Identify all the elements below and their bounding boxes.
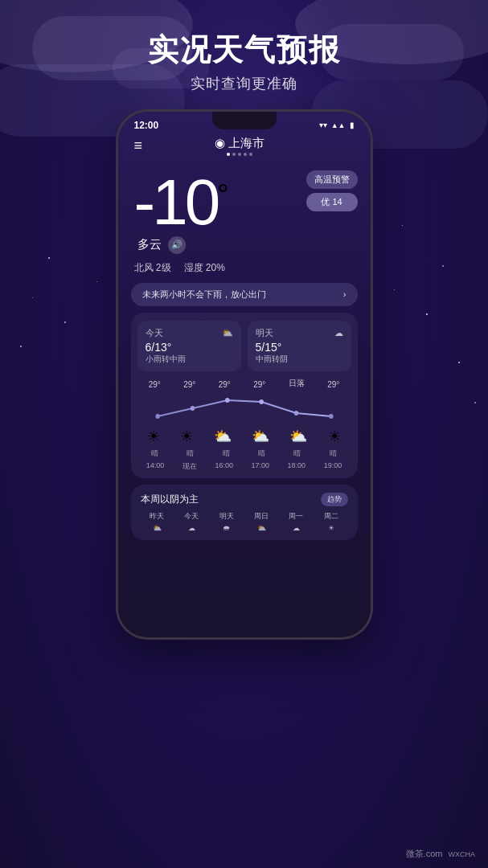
chart-area [141, 392, 348, 424]
today-text: 今天 [146, 327, 163, 339]
today-card: 今天 ⛅ 6/13° 小雨转中雨 [137, 321, 241, 371]
dot-4 [244, 153, 247, 156]
weekly-day-1: 今天 ☁ [175, 511, 208, 532]
dot-5 [249, 153, 252, 156]
location-area: ◉ 上海市 [215, 136, 265, 156]
weekly-day-0: 昨天 ⛅ [141, 511, 174, 532]
weekly-section: 本周以阴为主 趋势 昨天 ⛅ 今天 ☁ 明天 [131, 485, 358, 540]
alert-badges: 高温预警 优 14 [306, 170, 358, 211]
day-icon-5: ☀ [314, 524, 347, 532]
temp-val-3: 29° [253, 380, 265, 389]
svg-point-5 [329, 414, 334, 419]
dot-3 [238, 153, 241, 156]
time-label-5: 19:00 [324, 461, 342, 472]
hourly-icon-0: ☀ [147, 428, 160, 445]
cond-label-1: 晴 [187, 448, 194, 459]
weekly-day-2: 明天 🌧 [210, 511, 243, 532]
status-icons: ▾▾ ▲▲ ▮ [319, 121, 355, 129]
weekly-day-4: 周一 ☁ [280, 511, 313, 532]
today-desc: 小雨转中雨 [146, 354, 233, 365]
rain-forecast-banner[interactable]: 未来两小时不会下雨，放心出门 › [131, 283, 358, 306]
time-label-2: 16:00 [215, 461, 233, 472]
tomorrow-desc: 中雨转阴 [256, 354, 343, 365]
brand-suffix: .com [424, 849, 443, 858]
today-label: 今天 ⛅ [146, 327, 233, 339]
hourly-section: 今天 ⛅ 6/13° 小雨转中雨 明天 ☁ 5/15° 中雨转阴 [131, 313, 358, 478]
brand-name: 微茶 [406, 849, 424, 858]
time-label-1: 现在 [182, 461, 197, 472]
day-icon-0: ⛅ [141, 524, 174, 532]
time-label-3: 17:00 [251, 461, 269, 472]
temp-val-4: 日落 [289, 378, 305, 389]
tomorrow-text: 明天 [256, 327, 273, 339]
phone-notch [212, 112, 277, 129]
temp-val-5: 29° [327, 380, 339, 389]
dot-2 [232, 153, 236, 156]
trend-button[interactable]: 趋势 [321, 493, 348, 506]
hourly-icons-row: ☀ ☀ ⛅ ⛅ ⛅ ☀ [137, 428, 351, 445]
phone-mockup: 12:00 ▾▾ ▲▲ ▮ ≡ ◉ 上海市 [116, 109, 373, 640]
svg-point-3 [259, 399, 264, 404]
today-icon: ⛅ [222, 328, 233, 338]
hourly-item-5: 29° [327, 380, 339, 389]
weather-condition: 多云 🔊 [137, 236, 355, 254]
rain-arrow-icon: › [343, 289, 347, 299]
hourly-condition-labels: 晴 晴 晴 晴 晴 晴 [137, 448, 351, 459]
phone-inner: 12:00 ▾▾ ▲▲ ▮ ≡ ◉ 上海市 [118, 112, 371, 637]
time-label-0: 14:00 [146, 461, 165, 472]
tomorrow-icon: ☁ [334, 328, 343, 338]
temp-chart [141, 392, 348, 424]
wind-humidity: 北风 2级 湿度 20% [118, 258, 371, 278]
dot-1 [227, 153, 230, 156]
cond-label-5: 晴 [330, 448, 337, 459]
hourly-icon-1: ☀ [180, 428, 193, 445]
hourly-icon-3: ⛅ [252, 428, 269, 445]
high-temp-badge: 高温预警 [306, 170, 358, 189]
day-icon-3: ⛅ [244, 524, 277, 532]
day-name-3: 周日 [244, 511, 277, 522]
battery-icon: ▮ [350, 121, 355, 129]
hourly-temps-row: 29° 29° 29° 29° 日落 29° [137, 378, 351, 389]
weekly-header: 本周以阴为主 趋势 [141, 493, 348, 506]
wifi-icon: ▾▾ [319, 121, 327, 129]
time-label-4: 18:00 [288, 461, 306, 472]
city-name: 上海市 [228, 136, 265, 151]
hourly-item-1: 29° [183, 380, 195, 389]
weekly-day-5: 周二 ☀ [314, 511, 347, 532]
page-dots [215, 153, 265, 156]
main-content: 实况天气预报 实时查询更准确 12:00 ▾▾ ▲▲ ▮ ≡ ◉ [0, 0, 488, 868]
weekly-day-3: 周日 ⛅ [244, 511, 277, 532]
status-time: 12:00 [134, 120, 159, 131]
cond-label-2: 晴 [223, 448, 230, 459]
day-icon-2: 🌧 [210, 524, 243, 532]
app-title: 实况天气预报 [148, 32, 341, 69]
location-display: ◉ 上海市 [215, 136, 265, 151]
title-area: 实况天气预报 实时查询更准确 [148, 0, 341, 93]
speaker-icon[interactable]: 🔊 [168, 236, 186, 254]
temp-val-0: 29° [149, 380, 161, 389]
day-icon-1: ☁ [175, 524, 208, 532]
trend-btn-label: 趋势 [327, 495, 342, 503]
menu-icon[interactable]: ≡ [134, 137, 145, 154]
svg-point-1 [190, 406, 195, 411]
hourly-item-0: 29° [149, 380, 161, 389]
cond-label-3: 晴 [258, 448, 265, 459]
today-temps: 6/13° [146, 341, 233, 354]
hourly-icon-5: ☀ [328, 428, 341, 445]
hourly-icon-2: ⛅ [214, 428, 232, 445]
temperature-value: -10 [134, 170, 218, 235]
weekly-title: 本周以阴为主 [141, 493, 199, 506]
degree-symbol: ° [217, 178, 228, 212]
day-name-0: 昨天 [141, 511, 174, 522]
watermark: 微茶.com WXCHA [406, 848, 475, 860]
app-subtitle: 实时查询更准确 [148, 74, 341, 93]
humidity-text: 湿度 20% [184, 261, 225, 275]
hourly-icon-4: ⛅ [289, 428, 307, 445]
tomorrow-temps: 5/15° [256, 341, 343, 354]
day-name-4: 周一 [280, 511, 313, 522]
weather-main: 高温预警 优 14 -10 ° 多云 🔊 [118, 162, 371, 258]
svg-point-2 [225, 398, 230, 403]
cond-label-4: 晴 [293, 448, 301, 459]
temp-val-2: 29° [219, 380, 231, 389]
tomorrow-label: 明天 ☁ [256, 327, 343, 339]
